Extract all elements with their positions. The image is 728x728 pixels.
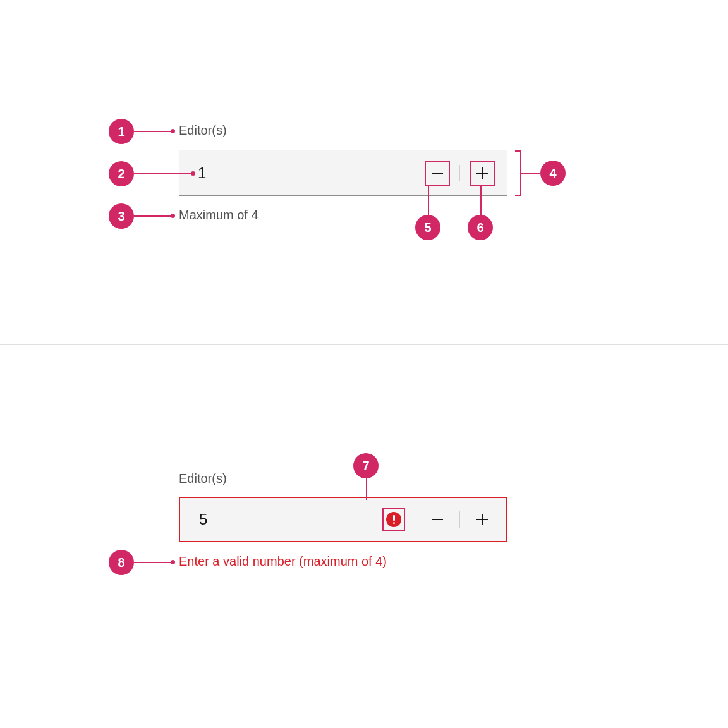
leader-dot: [171, 560, 175, 564]
annotation-8: 8: [109, 550, 134, 575]
height-bracket: [515, 150, 521, 196]
warning-filled-icon: [386, 512, 401, 527]
plus-icon: [476, 167, 488, 179]
number-value-b: 5: [199, 511, 382, 528]
leader: [134, 562, 171, 563]
error-icon-box: [382, 508, 405, 531]
annotation-3: 3: [109, 203, 134, 229]
leader: [134, 131, 171, 132]
leader-dot: [171, 214, 175, 218]
annotation-4: 4: [540, 161, 566, 186]
plus-icon: [476, 514, 488, 525]
field-label-a: Editor(s): [179, 123, 227, 138]
leader: [134, 173, 191, 174]
leader: [134, 215, 171, 217]
button-separator: [459, 511, 460, 528]
leader: [521, 173, 540, 174]
annotation-6: 6: [468, 215, 493, 240]
annotation-2: 2: [109, 161, 134, 186]
minus-icon: [432, 519, 443, 520]
leader-dot: [191, 171, 195, 176]
diagram-canvas: Editor(s) 1 1 2 Maximum of 4 3 4 5 6 Edi…: [0, 0, 728, 728]
leader-dot: [171, 129, 175, 133]
leader: [480, 186, 482, 217]
annotation-5: 5: [415, 215, 440, 240]
minus-icon: [432, 173, 443, 174]
number-value-a: 1: [198, 164, 425, 182]
decrement-button-b[interactable]: [425, 507, 450, 532]
annotation-7: 7: [353, 453, 379, 478]
button-separator: [459, 165, 460, 181]
decrement-button-a[interactable]: [425, 161, 450, 186]
increment-button-b[interactable]: [470, 507, 495, 532]
section-divider: [0, 344, 728, 345]
field-helper-a: Maximum of 4: [179, 208, 258, 222]
button-separator: [415, 511, 415, 528]
increment-button-a[interactable]: [470, 161, 495, 186]
leader: [428, 186, 429, 217]
number-input-a[interactable]: 1: [179, 150, 507, 196]
annotation-1: 1: [109, 119, 134, 144]
leader: [366, 478, 367, 500]
field-label-b: Editor(s): [179, 471, 227, 486]
field-error-b: Enter a valid number (maximum of 4): [179, 554, 387, 569]
number-input-b[interactable]: 5: [179, 497, 507, 542]
